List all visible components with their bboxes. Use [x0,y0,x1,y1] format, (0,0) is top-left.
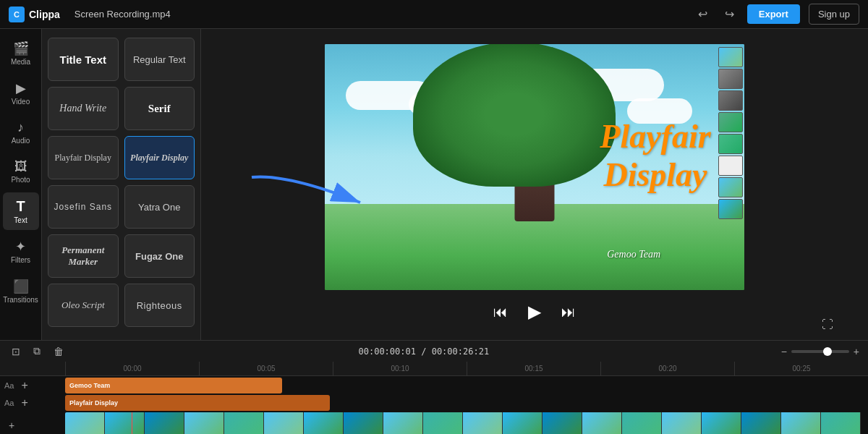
clip-gemoo-team[interactable]: Gemoo Team [65,378,282,393]
fullscreen-button[interactable]: ⛶ [822,318,833,331]
zoom-in-button[interactable]: + [854,346,859,357]
content-wrapper: Title Text Regular Text Hand Write Serif… [42,29,868,340]
sidebar-item-text[interactable]: T Text [3,192,39,230]
sidebar-label-photo: Photo [11,176,30,184]
zoom-out-button[interactable]: − [781,346,787,357]
expand-timeline-button[interactable]: ⊡ [9,344,23,359]
tile-fugaz-one[interactable]: Fugaz One [124,234,195,278]
skip-forward-button[interactable]: ⏭ [558,301,579,323]
track-row-1: Aa + Gemoo Team [0,378,868,393]
track-row-2: Aa + Playfair Display [0,395,868,411]
sidebar-label-transitions: Transitions [3,296,38,304]
video-frame-14 [582,412,622,434]
video-icon: ▶ [16,80,26,96]
add-video-track-button[interactable]: + [4,418,19,433]
track-icon-1: Aa [4,381,14,390]
tile-serif[interactable]: Serif [124,87,195,130]
sidebar-label-audio: Audio [12,137,30,145]
video-frame-12 [503,412,542,434]
play-button[interactable]: ▶ [525,299,544,325]
media-icon: 🎬 [13,41,29,56]
video-frame-13 [542,412,582,434]
text-icon: T [16,198,25,215]
video-frame-8 [344,412,383,434]
video-frame-20 [821,412,861,434]
track-row-video: + [0,412,868,434]
copy-clip-button[interactable]: ⧉ [30,344,43,359]
sidebar-item-media[interactable]: 🎬 Media [3,35,39,72]
side-thumbnails [717,44,744,290]
video-frame-4 [184,412,224,434]
sidebar-item-filters[interactable]: ✦ Filters [3,233,39,270]
timeline-ruler: 00:00 00:05 00:10 00:15 00:20 00:25 [0,362,868,376]
track-icon-2: Aa [4,399,14,407]
tree-canopy [413,44,616,187]
ruler-mark-2: 00:10 [333,362,467,375]
thumb-3 [718,90,743,111]
video-frame-3 [145,412,184,434]
main-content: 🎬 Media ▶ Video ♪ Audio 🖼 Photo T Text ✦… [0,29,868,340]
photo-icon: 🖼 [14,159,27,174]
timeline-section: ⊡ ⧉ 🗑 00:00:00:01 / 00:00:26:21 − + 00:0… [0,340,868,434]
sidebar-item-video[interactable]: ▶ Video [3,75,39,111]
tile-playfair-display-1[interactable]: Playfair Display [48,136,119,179]
signup-button[interactable]: Sign up [809,4,859,25]
track-label-video: + [0,418,65,433]
video-frame-19 [781,412,821,434]
logo-area: C Clippa [9,7,60,22]
ruler-mark-0: 00:00 [65,362,199,375]
video-frame-15 [622,412,662,434]
skip-back-button[interactable]: ⏮ [490,301,511,323]
add-track-1-button[interactable]: + [17,378,32,393]
track-content-2: Playfair Display [65,395,868,411]
video-frame-7 [304,412,344,434]
add-track-2-button[interactable]: + [17,395,32,411]
export-button[interactable]: Export [747,4,800,24]
track-content-1: Gemoo Team [65,378,868,393]
zoom-slider[interactable] [791,350,849,353]
video-frame-16 [662,412,702,434]
ruler-mark-3: 00:15 [467,362,600,375]
thumb-8 [718,199,743,219]
video-strip [65,412,868,434]
clip-playfair-display[interactable]: Playfair Display [65,395,330,411]
sidebar-icons: 🎬 Media ▶ Video ♪ Audio 🖼 Photo T Text ✦… [0,29,42,340]
tile-playfair-display-2[interactable]: Playfair Display [124,136,195,179]
undo-button[interactable]: ↩ [694,4,712,24]
sidebar-item-transitions[interactable]: ⬛ Transitions [3,273,39,310]
ruler-mark-5: 00:25 [734,362,868,375]
delete-clip-button[interactable]: 🗑 [51,344,67,359]
timeline-content: 00:00 00:05 00:10 00:15 00:20 00:25 Aa +… [0,362,868,434]
sidebar-item-audio[interactable]: ♪ Audio [3,114,39,150]
sidebar-label-text: Text [14,216,27,224]
tile-yatra-one[interactable]: Yatra One [124,185,195,229]
tile-hand-write[interactable]: Hand Write [48,87,119,130]
video-frame-17 [702,412,741,434]
tile-title-text[interactable]: Title Text [48,38,119,81]
text-panel: Title Text Regular Text Hand Write Serif… [42,29,201,340]
video-frame-10 [423,412,463,434]
transitions-icon: ⬛ [13,278,29,294]
ruler-mark-1: 00:05 [199,362,333,375]
preview-area: PlayfairDisplay Gemoo Team ⏮ ▶ ⏭ [201,29,868,340]
tile-righteous[interactable]: Righteous [124,284,195,327]
video-frame-2 [105,412,145,434]
redo-button[interactable]: ↪ [720,4,739,24]
timeline-playhead [132,412,132,434]
video-frame-9 [383,412,423,434]
tile-josefin-sans[interactable]: Josefin Sans [48,185,119,229]
filters-icon: ✦ [15,239,26,255]
thumb-4 [718,112,743,132]
text-grid: Title Text Regular Text Hand Write Serif… [48,38,195,327]
timeline-time: 00:00:00:01 / 00:00:26:21 [74,346,774,357]
video-frame-6 [264,412,304,434]
tile-regular-text[interactable]: Regular Text [124,38,195,81]
tile-oleo-script[interactable]: Oleo Script [48,284,119,327]
thumb-7 [718,177,743,197]
video-frame-1 [65,412,105,434]
sidebar-label-media: Media [11,58,30,66]
track-area: Aa + Gemoo Team Aa + Playfair Display [0,376,868,434]
sidebar-item-photo[interactable]: 🖼 Photo [3,153,39,190]
tile-permanent-marker[interactable]: Permanent Marker [48,234,119,278]
playback-controls: ⏮ ▶ ⏭ [490,299,579,325]
